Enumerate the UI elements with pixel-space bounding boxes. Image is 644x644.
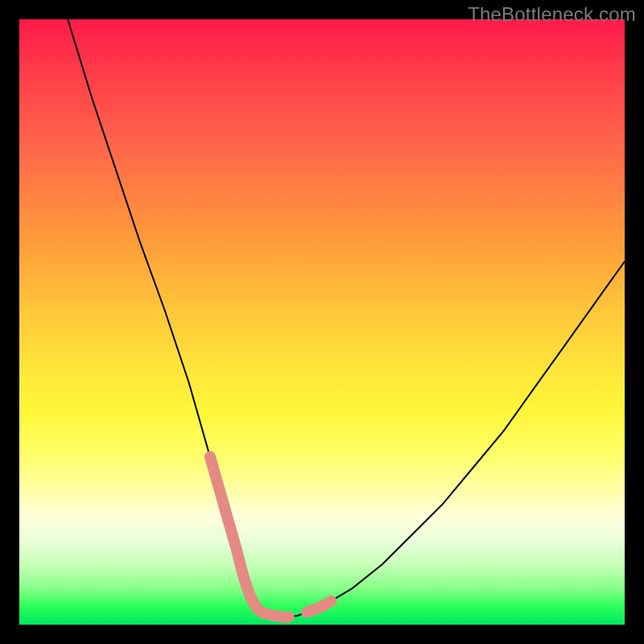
highlight-flat-bottom — [246, 585, 289, 617]
chart-plot-area — [19, 19, 625, 625]
attribution-text: TheBottleneck.com — [468, 3, 636, 26]
chart-svg — [19, 19, 625, 625]
highlight-left-descent — [210, 456, 246, 585]
main-curve-line — [68, 19, 625, 617]
highlight-right-ascent — [307, 601, 331, 613]
